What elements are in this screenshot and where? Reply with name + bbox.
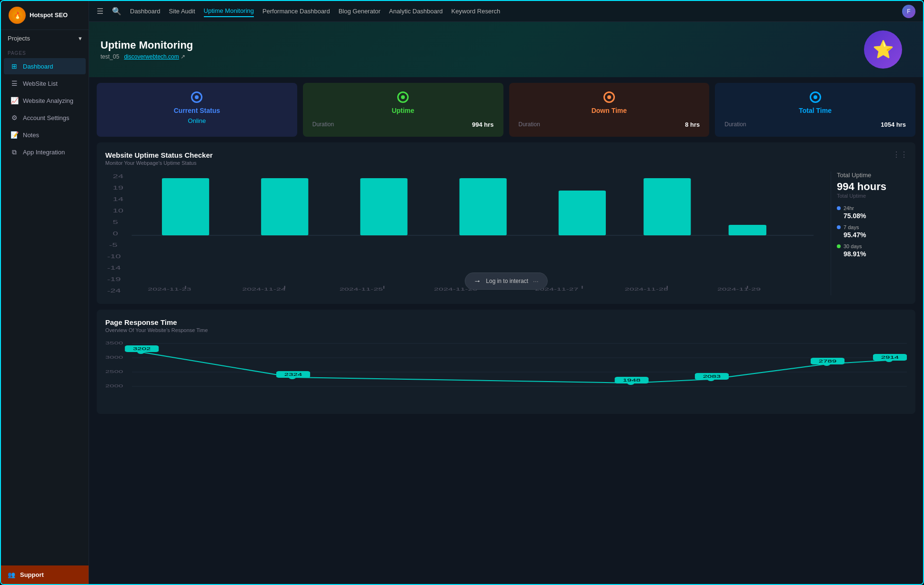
svg-text:24: 24 (113, 174, 123, 179)
pages-section-label: PAGES (1, 47, 89, 58)
gear-icon: ⚙ (10, 114, 18, 121)
external-link-icon: ↗ (181, 53, 185, 60)
logo-icon: 🔥 (9, 7, 26, 24)
chevron-down-icon: ▾ (79, 35, 82, 42)
svg-text:2024-11-23: 2024-11-23 (148, 287, 191, 292)
chart-icon: 📈 (10, 97, 18, 104)
nav-item-site-audit[interactable]: Site Audit (169, 6, 195, 17)
svg-rect-12 (162, 178, 209, 235)
projects-label: Projects (8, 35, 30, 42)
uptime-chart-title: Website Uptime Status Checker (105, 151, 907, 159)
svg-text:2024-11-24: 2024-11-24 (242, 287, 286, 292)
pct-30days: 98.91% (837, 250, 907, 258)
integration-icon: ⧉ (10, 148, 18, 156)
svg-text:2500: 2500 (105, 369, 123, 374)
top-navigation: ☰ 🔍 Dashboard Site Audit Uptime Monitori… (89, 1, 923, 22)
total-uptime-sub: Total Uptime (837, 193, 907, 199)
svg-text:-14: -14 (107, 265, 121, 271)
svg-text:2024-11-28: 2024-11-28 (625, 287, 668, 292)
downtime-label: Down Time (592, 107, 627, 114)
uptime-chart-subtitle: Monitor Your Webpage's Uptime Status (105, 160, 907, 166)
uptime-7days: 7 days 95.47% (837, 224, 907, 239)
page-subtitle: test_05 discoverwebtech.com ↗ (100, 53, 193, 60)
page-header: Uptime Monitoring test_05 discoverwebtec… (89, 22, 923, 77)
svg-text:0: 0 (113, 231, 118, 236)
user-avatar[interactable]: F (902, 5, 915, 18)
svg-text:2024-11-25: 2024-11-25 (340, 287, 383, 292)
project-url[interactable]: discoverwebtech.com (124, 53, 179, 60)
support-button[interactable]: 👥 Support (1, 565, 89, 584)
svg-text:2914: 2914 (881, 355, 899, 360)
svg-text:10: 10 (113, 208, 123, 213)
response-chart-area: 3500 3000 2500 2000 (105, 339, 907, 405)
svg-text:3202: 3202 (133, 346, 151, 351)
nav-item-performance[interactable]: Performance Dashboard (262, 6, 330, 17)
search-icon[interactable]: 🔍 (112, 7, 121, 16)
svg-rect-16 (559, 191, 606, 235)
nav-item-keyword[interactable]: Keyword Reserch (452, 6, 501, 17)
downtime-dot (603, 91, 615, 103)
sidebar-item-label: Website Analyzing (23, 97, 73, 104)
uptime-duration-label: Duration (312, 121, 334, 128)
bar-chart: 24 19 14 10 5 0 -5 -10 -14 -19 -24 (105, 171, 823, 295)
total-duration-row: Duration 1054 hrs (724, 121, 906, 128)
response-chart-section: Page Response Time Overview Of Your Webs… (97, 310, 915, 414)
sidebar-logo: 🔥 Hotspot SEO (1, 1, 89, 30)
svg-text:5: 5 (113, 220, 118, 225)
sidebar-item-app-integration[interactable]: ⧉ App Integration (4, 144, 86, 160)
uptime-dot (397, 91, 409, 103)
hamburger-icon[interactable]: ☰ (97, 7, 103, 16)
sidebar: 🔥 Hotspot SEO Projects ▾ PAGES ⊞ Dashboa… (1, 1, 89, 584)
total-uptime-label: Total Uptime (837, 171, 907, 179)
sidebar-item-dashboard[interactable]: ⊞ Dashboard (4, 58, 86, 74)
total-duration-value: 1054 hrs (881, 121, 906, 128)
nav-item-blog[interactable]: Blog Generator (339, 6, 381, 17)
projects-dropdown[interactable]: Projects ▾ (1, 30, 89, 47)
downtime-card: Down Time Duration 8 hrs (509, 83, 710, 137)
support-label: Support (20, 571, 44, 578)
svg-text:1948: 1948 (623, 378, 640, 383)
svg-text:-10: -10 (107, 254, 121, 259)
grid-icon: ⊞ (10, 62, 18, 70)
more-options-icon[interactable]: ··· (533, 277, 539, 285)
star-illustration: ⭐ (864, 30, 902, 69)
pct-24hr: 75.08% (837, 212, 907, 220)
nav-item-analytic[interactable]: Analytic Dashboard (389, 6, 443, 17)
svg-text:2324: 2324 (284, 372, 302, 377)
svg-rect-18 (729, 225, 766, 235)
uptime-duration-row: Duration 994 hrs (312, 121, 494, 128)
pct-7days: 95.47% (837, 231, 907, 239)
chart-right-panel: Total Uptime 994 hours Total Uptime 24hr… (831, 171, 907, 295)
sidebar-item-account-settings[interactable]: ⚙ Account Settings (4, 110, 86, 126)
sidebar-item-label: Account Settings (23, 114, 70, 121)
total-dot (810, 91, 821, 103)
sidebar-item-label: Notes (23, 131, 39, 139)
total-uptime-hours: 994 hours (837, 181, 907, 193)
nav-item-uptime-monitoring[interactable]: Uptime Monitoring (204, 5, 254, 17)
sidebar-item-label: WebSite List (23, 80, 58, 87)
nav-item-dashboard[interactable]: Dashboard (130, 6, 161, 17)
total-time-card: Total Time Duration 1054 hrs (715, 83, 915, 137)
uptime-duration-value: 994 hrs (472, 121, 494, 128)
svg-rect-17 (643, 178, 691, 235)
page-content: Uptime Monitoring test_05 discoverwebtec… (89, 22, 923, 584)
list-icon: ☰ (10, 80, 18, 87)
login-label: Log in to interact (486, 278, 528, 284)
page-title: Uptime Monitoring (100, 39, 193, 51)
svg-rect-13 (261, 178, 308, 235)
svg-text:14: 14 (113, 197, 123, 202)
sidebar-item-website-analyzing[interactable]: 📈 Website Analyzing (4, 92, 86, 109)
svg-rect-15 (460, 178, 507, 235)
logo-text: Hotspot SEO (30, 11, 68, 19)
sidebar-item-website-list[interactable]: ☰ WebSite List (4, 75, 86, 91)
sidebar-item-notes[interactable]: 📝 Notes (4, 127, 86, 143)
notes-icon: 📝 (10, 131, 18, 139)
project-name: test_05 (100, 53, 119, 60)
uptime-card: Uptime Duration 994 hrs (303, 83, 503, 137)
svg-text:3500: 3500 (105, 341, 123, 345)
chart-menu-icon[interactable]: ⋮⋮ (893, 150, 908, 159)
label-7days: 7 days (844, 224, 859, 230)
svg-text:-19: -19 (107, 277, 121, 282)
svg-text:3000: 3000 (105, 355, 123, 360)
login-overlay[interactable]: → Log in to interact ··· (464, 272, 547, 290)
